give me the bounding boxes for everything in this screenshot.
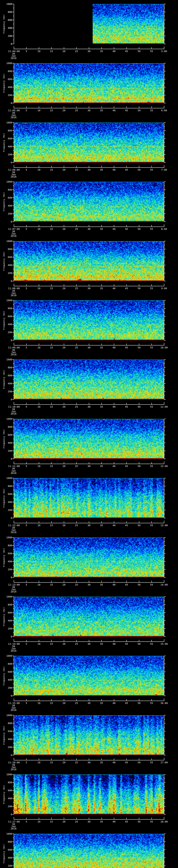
x-axis-line bbox=[14, 642, 164, 642]
y-axis-tick bbox=[164, 36, 166, 36]
x-axis-tick bbox=[101, 403, 102, 404]
x-tick-label: 35 bbox=[98, 287, 105, 289]
x-tick-label: 40 bbox=[111, 50, 118, 53]
x-tick-label: 30 bbox=[86, 287, 92, 289]
y-axis-minor-tick bbox=[164, 573, 165, 574]
y-axis-tick bbox=[164, 680, 166, 680]
y-axis-tick bbox=[164, 87, 166, 87]
x-end-time-label: 16:00 bbox=[157, 702, 171, 704]
x-axis-tick bbox=[151, 284, 152, 286]
y-axis-tick bbox=[12, 834, 14, 834]
y-axis-minor-tick bbox=[164, 506, 165, 506]
y-axis-minor-tick bbox=[13, 83, 14, 83]
x-axis-tick bbox=[114, 284, 114, 286]
y-axis-tick bbox=[12, 130, 14, 131]
x-tick-label: 45 bbox=[123, 109, 130, 112]
y-axis-tick bbox=[164, 695, 166, 696]
y-axis-tick bbox=[12, 383, 14, 384]
x-tick-label: 30 bbox=[86, 465, 92, 467]
y-axis-minor-tick bbox=[13, 751, 14, 751]
x-axis-tick bbox=[101, 284, 102, 286]
x-axis-tick bbox=[126, 344, 127, 345]
y-axis-minor-tick bbox=[164, 24, 165, 24]
y-axis-minor-tick bbox=[13, 40, 14, 40]
y-axis-minor-tick bbox=[13, 363, 14, 364]
y-axis-minor-tick bbox=[164, 150, 165, 151]
y-tick-label: 800 bbox=[2, 544, 12, 547]
y-axis-tick bbox=[164, 518, 166, 518]
y-axis-minor-tick bbox=[164, 202, 165, 202]
x-tick-label: 50 bbox=[136, 524, 143, 527]
y-axis-minor-tick bbox=[13, 261, 14, 261]
y-axis-tick bbox=[12, 316, 14, 316]
y-axis-tick bbox=[164, 834, 166, 834]
y-axis-minor-tick bbox=[164, 269, 165, 269]
y-axis-minor-tick bbox=[164, 395, 165, 396]
x-tick-label: 55 bbox=[148, 50, 155, 53]
y-axis-tick bbox=[12, 656, 14, 656]
x-axis-tick bbox=[76, 758, 77, 760]
y-axis-tick bbox=[164, 537, 166, 538]
x-axis-endcap bbox=[14, 461, 14, 464]
y-axis-tick bbox=[12, 782, 14, 783]
y-axis-minor-tick bbox=[164, 320, 165, 320]
y-axis-tick bbox=[12, 486, 14, 486]
y-axis-tick bbox=[164, 731, 166, 732]
y-axis-tick bbox=[164, 688, 166, 688]
x-axis-tick bbox=[151, 758, 152, 760]
y-tick-label: 1000 bbox=[2, 655, 12, 657]
y-tick-label: 1000 bbox=[2, 3, 12, 5]
x-start-time-label: 11:15:00 bbox=[3, 702, 24, 704]
x-axis-tick bbox=[101, 47, 102, 49]
y-axis-tick bbox=[164, 561, 166, 562]
y-axis-minor-tick bbox=[164, 557, 165, 558]
y-tick-label: 200 bbox=[2, 865, 12, 867]
x-axis-tick bbox=[101, 106, 102, 108]
y-axis-tick bbox=[12, 300, 14, 301]
x-axis-tick bbox=[64, 106, 64, 108]
x-axis-tick bbox=[139, 699, 139, 701]
y-axis-minor-tick bbox=[13, 158, 14, 159]
x-tick-label: 15 bbox=[48, 702, 55, 704]
x-axis-tick bbox=[26, 403, 27, 404]
x-tick-label: 55 bbox=[148, 702, 155, 704]
y-tick-label: 600 bbox=[2, 315, 12, 317]
x-axis-endcap bbox=[164, 106, 164, 108]
x-axis-line bbox=[14, 523, 164, 523]
x-axis-endcap bbox=[14, 106, 14, 108]
y-axis-tick bbox=[164, 577, 166, 578]
y-axis-tick bbox=[12, 419, 14, 419]
x-axis-tick bbox=[139, 344, 139, 345]
x-tick-label: 25 bbox=[73, 702, 80, 704]
spectrogram-image bbox=[14, 241, 164, 281]
x-axis-tick bbox=[76, 106, 77, 108]
y-axis-tick bbox=[12, 44, 14, 44]
y-axis-minor-tick bbox=[164, 16, 165, 16]
y-tick-label: 400 bbox=[2, 797, 12, 800]
y-axis-tick bbox=[12, 613, 14, 613]
x-axis-tick bbox=[151, 818, 152, 819]
date-label: 2016 bbox=[7, 590, 21, 593]
y-axis-tick bbox=[12, 672, 14, 672]
y-tick-label: 200 bbox=[2, 272, 12, 274]
x-axis-tick bbox=[126, 758, 127, 760]
y-axis-tick bbox=[12, 502, 14, 502]
x-end-time-label: 6:00 bbox=[157, 109, 171, 112]
y-tick-label: 800 bbox=[2, 11, 12, 13]
spectrogram-image bbox=[14, 4, 164, 44]
x-tick-label: 15 bbox=[48, 109, 55, 112]
y-axis-tick bbox=[12, 680, 14, 680]
x-axis-tick bbox=[39, 106, 39, 108]
y-axis-line-left bbox=[14, 63, 14, 103]
y-axis-minor-tick bbox=[13, 490, 14, 490]
y-tick-label: 0 bbox=[2, 694, 12, 697]
x-tick-label: 45 bbox=[123, 406, 130, 408]
y-axis-minor-tick bbox=[164, 304, 165, 305]
y-axis-tick bbox=[12, 12, 14, 12]
x-tick-label: 35 bbox=[98, 643, 105, 645]
y-tick-label: 600 bbox=[2, 19, 12, 21]
y-tick-label: 0 bbox=[2, 43, 12, 45]
x-tick-label: 40 bbox=[111, 406, 118, 408]
spectrogram-image bbox=[14, 656, 164, 696]
y-axis-tick bbox=[12, 451, 14, 451]
